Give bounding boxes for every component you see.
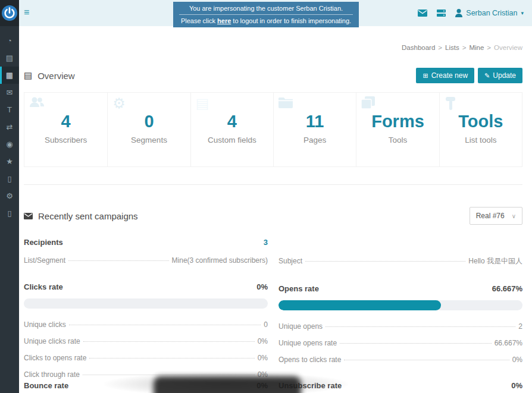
opens-rate-row: Opens rate 66.667% [278,282,522,295]
card-tools[interactable]: Tools List tools [439,93,522,166]
hamburger-menu-icon[interactable]: ≡ [24,7,29,18]
envelope-icon [24,213,33,219]
section-divider [24,184,522,185]
fields-icon: ▤ [196,96,209,111]
tablet-icon: ▯ [7,174,11,183]
gear-icon: ⚙ [6,191,13,200]
card-label: Custom fields [191,136,273,144]
list-icon: ▤ [24,70,32,81]
messages-button[interactable] [418,10,427,17]
clicks-rate-value: 0% [256,282,268,291]
sidebar-item-lists[interactable]: ▦ [0,67,19,84]
clicks-rate-row: Clicks rate 0% [24,281,268,293]
sidebar-item-campaigns[interactable]: ✉ [0,84,19,101]
envelope-icon: ✉ [7,88,13,97]
card-label: Segments [108,136,190,144]
card-custom-fields[interactable]: ▤ 4 Custom fields [190,93,273,166]
sidebar-item-settings[interactable]: ⚙ [0,187,19,205]
bounce-rate-row: Bounce rate 0% [24,379,268,392]
opens-rate-value: 66.667% [492,284,522,293]
globe-icon: ◉ [6,140,12,149]
envelope-icon [418,10,427,17]
user-name: Serban Cristian [466,9,517,17]
credit-card-icon: ▤ [6,54,13,62]
breadcrumb-mine[interactable]: Mine [469,44,484,51]
chevron-down-icon: ▾ [521,10,524,16]
users-icon [29,96,45,111]
breadcrumb: Dashboard>Lists>Mine>Overview [24,44,522,52]
card-label: Tools [356,136,439,144]
dotted-leader [340,343,492,344]
dotted-leader [305,261,465,262]
impersonation-text-line1: You are impersonating the customer Serba… [179,4,353,15]
hammer-icon [445,96,458,113]
sidebar-nav: ◔ ▤ ▦ ✉ T ⇄ ◉ ★ ▯ ⚙ ▯ [0,26,19,222]
opens-detail-rows: Unique opens2 Unique opens rate66.667% O… [278,310,522,364]
stat-row: Opens to clicks rate0% [278,356,522,364]
gauge-icon: ◔ [7,36,12,45]
subject-value: Hello 我是中国人 [468,256,522,266]
card-label: Subscribers [24,136,107,144]
text-icon: T [7,105,12,114]
impersonation-text-line2: Please click here to logout in order to … [173,15,359,24]
sidebar-item-extensions[interactable]: ▯ [0,205,19,222]
card-forms[interactable]: Forms Tools [356,93,439,166]
card-subscribers[interactable]: 4 Subscribers [24,93,107,166]
card-pages[interactable]: 11 Pages [273,93,356,166]
archives-button[interactable] [437,10,446,17]
edit-icon: ✎ [484,72,490,80]
campaign-stats-right: Subject Hello 我是中国人 Opens rate 66.667% U… [278,236,522,393]
user-menu[interactable]: Serban Cristian ▾ [455,9,524,17]
sidebar-item-featured[interactable]: ★ [0,153,19,170]
app-logo[interactable] [0,0,19,26]
create-new-button[interactable]: ⊞ Create new [416,68,474,83]
unsubscribe-rate-value: 0% [511,381,522,390]
card-value: Forms [356,113,439,130]
main-content: Dashboard>Lists>Mine>Overview ▤ Overview… [19,26,532,393]
tablet-icon: ▯ [7,209,11,218]
subject-row: Subject Hello 我是中国人 [278,256,522,266]
sidebar-item-dashboard[interactable]: ◔ [0,32,19,49]
clicks-rate-progressbar [24,298,268,309]
card-value: 11 [274,113,356,130]
campaign-selector-value: Real #76 [476,212,505,220]
breadcrumb-current: Overview [494,44,522,51]
gear-icon: ⚙ [112,96,126,111]
chevron-down-icon: ∨ [512,213,516,219]
impersonation-banner: You are impersonating the customer Serba… [173,2,359,27]
dotted-leader [83,341,255,342]
recipients-value: 3 [264,238,268,247]
stat-row: Unique opens rate66.667% [278,339,522,347]
logout-here-link[interactable]: here [217,17,231,24]
dotted-leader [326,326,515,327]
stat-row: Unique clicks rate0% [24,337,268,345]
sidebar: ◔ ▤ ▦ ✉ T ⇄ ◉ ★ ▯ ⚙ ▯ [0,0,19,393]
sidebar-item-pages[interactable]: ▯ [0,170,19,187]
page-title: ▤ Overview [24,70,75,81]
campaigns-section-title: Recently sent campaigns [24,211,138,221]
sidebar-item-surveys[interactable]: ◉ [0,136,19,153]
power-icon [2,5,17,21]
card-value: 4 [24,113,107,130]
stat-row: Click through rate0% [24,370,268,379]
archive-icon [437,10,446,17]
card-label: List tools [440,136,522,144]
breadcrumb-dashboard[interactable]: Dashboard [402,44,435,51]
bounce-rate-value: 0% [256,381,268,390]
breadcrumb-lists[interactable]: Lists [445,44,459,51]
sidebar-item-templates[interactable]: T [0,101,19,118]
sidebar-item-price-plans[interactable]: ▤ [0,49,19,67]
card-value: 4 [191,113,273,130]
dotted-leader [68,260,169,261]
copy-icon [361,96,375,112]
stat-row: Clicks to opens rate0% [24,354,268,362]
update-button[interactable]: ✎ Update [478,68,522,83]
dotted-leader [344,360,509,360]
stat-row: Unique opens2 [278,322,522,331]
card-label: Pages [274,136,356,144]
card-value: Tools [440,113,522,130]
stat-row: Unique clicks0 [24,320,268,329]
card-segments[interactable]: ⚙ 0 Segments [107,93,190,166]
sidebar-item-transactional-emails[interactable]: ⇄ [0,118,19,136]
campaign-selector[interactable]: Real #76 ∨ [470,207,522,225]
